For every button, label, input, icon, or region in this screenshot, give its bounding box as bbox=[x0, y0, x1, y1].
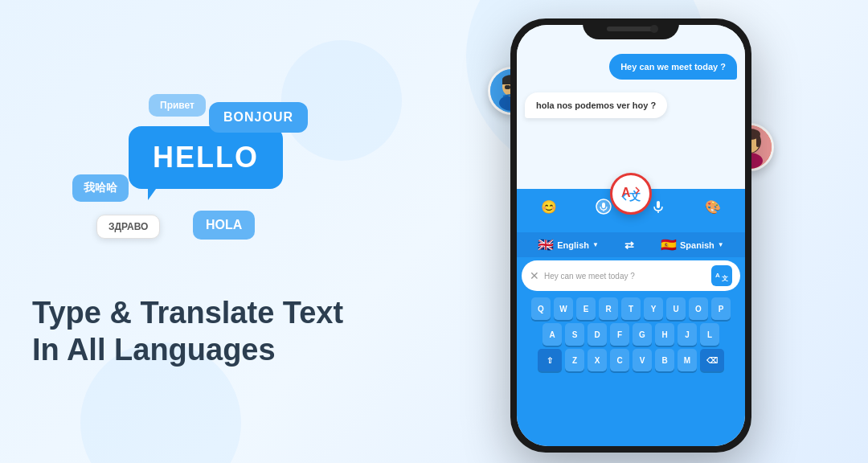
phone-notch bbox=[583, 18, 679, 39]
keyboard-area: 😊 bbox=[517, 189, 745, 446]
key-p[interactable]: P bbox=[711, 297, 731, 320]
key-x[interactable]: X bbox=[588, 349, 607, 371]
keyboard-toolbar: 😊 bbox=[517, 189, 745, 224]
chat-message-received: hola nos podemos ver hoy ? bbox=[525, 92, 667, 118]
hola-bubble: HOLA bbox=[193, 211, 255, 240]
chat-message-sent: Hey can we meet today ? bbox=[609, 54, 737, 80]
svg-rect-5 bbox=[505, 85, 510, 89]
svg-text:文: 文 bbox=[722, 274, 728, 282]
key-u[interactable]: U bbox=[666, 297, 686, 320]
zdravo-text: ЗДРАВО bbox=[108, 221, 148, 232]
key-g[interactable]: G bbox=[633, 323, 652, 346]
source-language-label: English bbox=[557, 240, 589, 250]
svg-rect-14 bbox=[756, 134, 760, 147]
key-row-2: A S D F G H J L bbox=[520, 323, 742, 346]
key-d[interactable]: D bbox=[588, 323, 607, 346]
phone-camera bbox=[650, 25, 658, 33]
key-y[interactable]: Y bbox=[644, 297, 663, 320]
target-language[interactable]: 🇪🇸 Spanish ▼ bbox=[661, 237, 724, 252]
key-f[interactable]: F bbox=[610, 323, 629, 346]
key-h[interactable]: H bbox=[655, 323, 674, 346]
right-section: Hey can we meet today ? hola nos podemos… bbox=[394, 0, 868, 463]
source-dropdown-arrow[interactable]: ▼ bbox=[592, 241, 599, 248]
source-language[interactable]: 🇬🇧 English ▼ bbox=[538, 237, 599, 252]
input-placeholder-text: Hey can we meet today ? bbox=[544, 272, 706, 281]
chinese-bubble: 我哈哈 bbox=[72, 174, 129, 202]
emoji-icon[interactable]: 😊 bbox=[538, 195, 560, 218]
key-l[interactable]: L bbox=[700, 323, 719, 346]
phone-container: Hey can we meet today ? hola nos podemos… bbox=[510, 18, 751, 453]
key-w[interactable]: W bbox=[554, 297, 573, 320]
translation-input-bar[interactable]: ✕ Hey can we meet today ? A 文 bbox=[522, 260, 740, 291]
svg-rect-21 bbox=[657, 201, 660, 208]
target-dropdown-arrow[interactable]: ▼ bbox=[718, 241, 724, 248]
svg-text:文: 文 bbox=[629, 190, 641, 203]
key-row-1: Q W E R T Y U O P bbox=[520, 297, 742, 320]
source-flag: 🇬🇧 bbox=[538, 237, 554, 252]
key-z[interactable]: Z bbox=[565, 349, 584, 371]
swap-languages-icon[interactable]: ⇄ bbox=[624, 239, 634, 252]
hola-text: HOLA bbox=[206, 218, 242, 232]
left-section: Привет HELLO BONJOUR 我哈哈 ЗДРАВО HOLA Typ… bbox=[0, 70, 394, 392]
key-j[interactable]: J bbox=[678, 323, 697, 346]
key-e[interactable]: E bbox=[576, 297, 596, 320]
key-a[interactable]: A bbox=[542, 323, 562, 346]
heading-line2: In All Languages bbox=[32, 332, 343, 369]
hello-bubble: HELLO bbox=[129, 126, 283, 189]
target-flag: 🇪🇸 bbox=[661, 237, 677, 252]
key-backspace[interactable]: ⌫ bbox=[700, 349, 724, 371]
chinese-text: 我哈哈 bbox=[84, 181, 117, 194]
svg-text:A: A bbox=[715, 272, 720, 279]
key-row-3: ⇧ Z X C V B M ⌫ bbox=[520, 349, 742, 371]
key-m[interactable]: M bbox=[678, 349, 697, 371]
key-r[interactable]: R bbox=[599, 297, 618, 320]
key-shift[interactable]: ⇧ bbox=[538, 349, 562, 371]
key-v[interactable]: V bbox=[633, 349, 652, 371]
language-bar: 🇬🇧 English ▼ ⇄ 🇪🇸 Spanish ▼ bbox=[517, 232, 745, 257]
bonjour-bubble: BONJOUR bbox=[209, 102, 308, 133]
key-t[interactable]: T bbox=[621, 297, 641, 320]
privet-bubble: Привет bbox=[149, 94, 206, 117]
main-heading: Type & Translate Text In All Languages bbox=[32, 295, 343, 368]
clear-input-icon[interactable]: ✕ bbox=[530, 269, 539, 282]
phone-frame: Hey can we meet today ? hola nos podemos… bbox=[510, 18, 751, 453]
hello-text: HELLO bbox=[153, 141, 259, 174]
bonjour-text: BONJOUR bbox=[223, 110, 293, 124]
key-b[interactable]: B bbox=[655, 349, 674, 371]
translate-fab[interactable]: A 文 bbox=[610, 173, 652, 215]
heading-line1: Type & Translate Text bbox=[32, 295, 343, 332]
key-s[interactable]: S bbox=[565, 323, 584, 346]
target-language-label: Spanish bbox=[680, 240, 714, 250]
keyboard-keys: Q W E R T Y U O P A S bbox=[517, 294, 745, 376]
zdravo-bubble: ЗДРАВО bbox=[96, 215, 160, 239]
bubbles-area: Привет HELLO BONJOUR 我哈哈 ЗДРАВО HOLA bbox=[32, 94, 338, 271]
phone-speaker bbox=[607, 27, 655, 31]
chat-area: Hey can we meet today ? hola nos podemos… bbox=[517, 25, 745, 186]
privet-text: Привет bbox=[160, 100, 194, 111]
key-q[interactable]: Q bbox=[531, 297, 551, 320]
key-o[interactable]: O bbox=[689, 297, 708, 320]
phone-screen: Hey can we meet today ? hola nos podemos… bbox=[517, 25, 745, 446]
key-c[interactable]: C bbox=[610, 349, 629, 371]
palette-icon[interactable]: 🎨 bbox=[702, 195, 724, 218]
translate-text-button[interactable]: A 文 bbox=[711, 265, 732, 286]
svg-rect-16 bbox=[602, 203, 605, 208]
